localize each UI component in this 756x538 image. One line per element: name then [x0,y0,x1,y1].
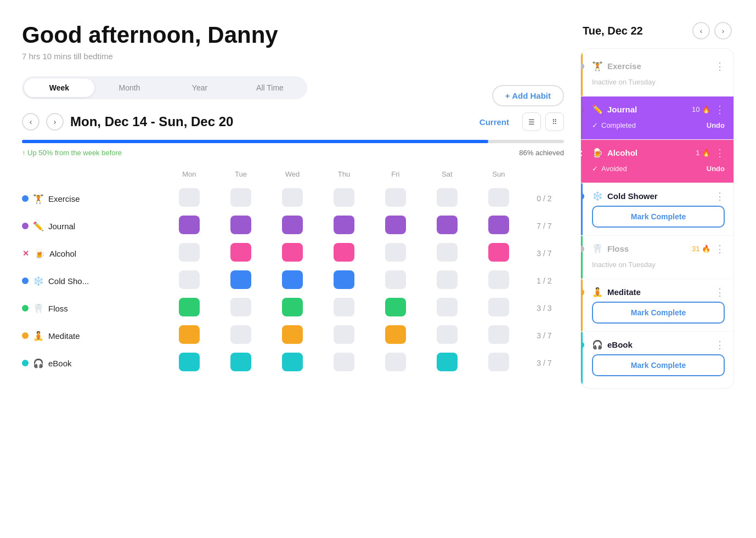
day-cell[interactable] [473,240,524,267]
day-cell[interactable] [318,322,370,349]
day-cell[interactable] [163,295,215,322]
day-cell[interactable] [421,267,473,295]
period-tab-week[interactable]: Week [24,78,94,97]
panel-more-button[interactable]: ⋮ [715,148,725,158]
week-nav: ‹ › Mon, Dec 14 - Sun, Dec 20 Current ☰ … [22,112,564,131]
day-cell[interactable] [421,295,473,322]
panel-more-button[interactable]: ⋮ [715,105,725,115]
next-week-button[interactable]: › [46,113,64,131]
day-cell[interactable] [267,240,318,267]
day-cell[interactable] [473,295,524,322]
right-prev-button[interactable]: ‹ [692,22,710,39]
day-cell[interactable] [163,322,215,349]
day-cell[interactable] [473,349,524,377]
day-cell[interactable] [318,267,370,295]
day-cell[interactable] [267,295,318,322]
day-cell[interactable] [370,295,421,322]
day-cell[interactable] [421,349,473,377]
day-cell[interactable] [421,322,473,349]
panel-left-bar [581,140,583,183]
panel-habit-name: Cold Shower [607,191,710,201]
day-cell[interactable] [370,212,421,240]
day-cell[interactable] [163,212,215,240]
undo-button[interactable]: Undo [707,165,725,173]
panel-habit-name: eBook [607,340,710,349]
panel-circle-marker [580,289,584,296]
panel-more-button[interactable]: ⋮ [715,191,725,201]
current-button[interactable]: Current [479,117,509,127]
table-row: ❄️Cold Sho...1 / 2 [22,267,564,295]
panel-more-button[interactable]: ⋮ [715,287,725,297]
day-cell[interactable] [215,349,267,377]
mark-complete-button[interactable]: Mark Complete [592,354,725,376]
day-cell[interactable] [215,212,267,240]
table-row: ✕🍺Alcohol3 / 7 [22,240,564,267]
habit-name-label: Meditate [48,331,80,341]
panel-habit-icon: 🏋️ [592,61,603,71]
day-cell[interactable] [318,212,370,240]
add-habit-button[interactable]: + Add Habit [492,85,564,106]
day-cell[interactable] [370,185,421,212]
right-next-button[interactable]: › [714,22,732,39]
day-cell[interactable] [421,185,473,212]
period-tab-month[interactable]: Month [94,78,165,97]
day-cell[interactable] [318,240,370,267]
day-cell[interactable] [318,185,370,212]
day-cell[interactable] [163,240,215,267]
prev-week-button[interactable]: ‹ [22,113,40,131]
progress-bar-fill [22,140,488,143]
day-cell[interactable] [318,349,370,377]
table-row: 🧘Meditate3 / 7 [22,322,564,349]
day-cell[interactable] [163,349,215,377]
col-header-sat: Sat [421,170,473,185]
day-cell[interactable] [215,240,267,267]
status-label: Completed [601,121,636,129]
period-tab-year[interactable]: Year [165,78,235,97]
day-cell[interactable] [370,349,421,377]
day-cell[interactable] [267,212,318,240]
habit-name-label: Cold Sho... [48,276,89,286]
col-header-habit [22,170,163,185]
panel-more-button[interactable]: ⋮ [715,340,725,350]
period-tab-all-time[interactable]: All Time [235,78,305,97]
day-cell[interactable] [163,267,215,295]
day-cell[interactable] [473,212,524,240]
panel-cross-marker: ✕ [580,149,583,159]
day-cell[interactable] [215,185,267,212]
day-cell[interactable] [267,185,318,212]
day-cell[interactable] [370,267,421,295]
day-cell[interactable] [267,322,318,349]
mark-complete-button[interactable]: Mark Complete [592,206,725,228]
habit-icon: 🎧 [33,358,44,369]
day-cell[interactable] [215,267,267,295]
grid-view-button[interactable]: ⠿ [545,112,564,131]
list-view-button[interactable]: ☰ [522,112,541,131]
day-cell[interactable] [215,295,267,322]
check-icon: ✓ [592,121,598,129]
panel-habit-header: 🎧eBook⋮ [592,339,725,350]
day-cell[interactable] [215,322,267,349]
day-cell[interactable] [318,295,370,322]
day-cell[interactable] [473,322,524,349]
habit-count: 0 / 2 [524,185,564,212]
habit-count: 3 / 7 [524,322,564,349]
day-cell[interactable] [370,322,421,349]
panel-more-button[interactable]: ⋮ [715,244,725,254]
habit-name-label: Journal [48,222,75,231]
day-cell[interactable] [421,212,473,240]
day-cell[interactable] [163,185,215,212]
habit-name-label: Exercise [48,194,80,203]
day-cell[interactable] [473,185,524,212]
panel-more-button[interactable]: ⋮ [715,61,725,71]
day-cell[interactable] [267,349,318,377]
panel-circle-marker [580,246,584,252]
undo-button[interactable]: Undo [707,121,725,129]
mark-complete-button[interactable]: Mark Complete [592,302,725,324]
day-cell[interactable] [267,267,318,295]
panel-left-bar [581,279,583,331]
period-tabs: WeekMonthYearAll Time [22,76,307,99]
table-row: ✏️Journal7 / 7 [22,212,564,240]
day-cell[interactable] [370,240,421,267]
day-cell[interactable] [473,267,524,295]
day-cell[interactable] [421,240,473,267]
